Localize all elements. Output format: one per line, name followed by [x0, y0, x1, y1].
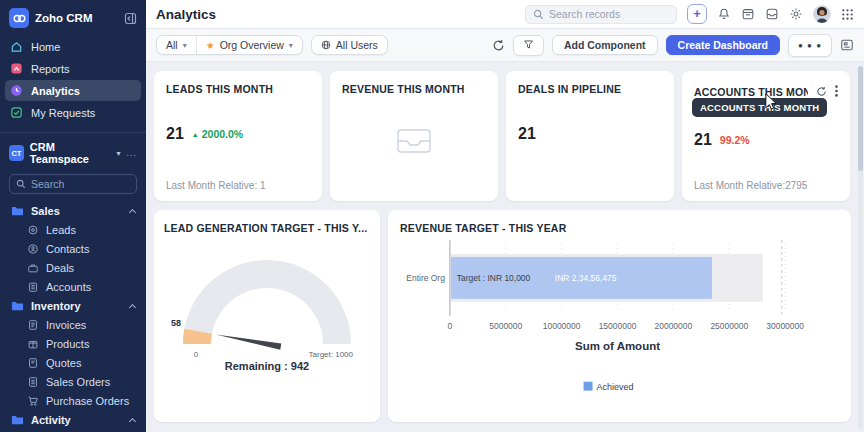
bar-chart-card[interactable]: REVENUE TARGET - THIS YEAR Entire OrgTar… [388, 210, 851, 422]
empty-state [342, 95, 486, 191]
kpi-delta-value: 2000.0% [202, 128, 243, 140]
dashboard-content: LEADS THIS MONTH21▲2000.0%Last Month Rel… [146, 62, 864, 432]
charts-row: LEAD GENERATION TARGET - THIS Y... 580Ta… [154, 210, 851, 422]
all-users-chip[interactable]: All Users [311, 35, 388, 55]
teamspace-badge: CT [9, 145, 24, 161]
svg-text:Remaining : 942: Remaining : 942 [225, 360, 309, 372]
svg-text:0: 0 [448, 321, 453, 331]
folder-icon [11, 205, 24, 216]
tree-folder-label: Activity [31, 414, 71, 426]
tree-folder-activity[interactable]: Activity [0, 410, 146, 429]
calendar-icon[interactable] [741, 7, 755, 21]
sidebar-item-label: Home [31, 41, 60, 53]
tree-item-leads[interactable]: Leads [0, 220, 146, 239]
tree-item-sales-orders[interactable]: Sales Orders [0, 372, 146, 391]
sidebar-search-input[interactable] [31, 178, 130, 190]
scrollbar-thumb[interactable] [858, 66, 863, 171]
kpi-title-row: LEADS THIS MONTH [166, 83, 310, 95]
tree-item-quotes[interactable]: Quotes [0, 353, 146, 372]
tree-item-products[interactable]: Products [0, 334, 146, 353]
tree-item-contacts[interactable]: Contacts [0, 239, 146, 258]
bar-chart: Entire OrgTarget : INR 10,000INR 2,34,56… [400, 234, 839, 406]
svg-text:15000000: 15000000 [599, 321, 637, 331]
sidebar-collapse-icon[interactable] [124, 12, 137, 25]
tree-folder-sales[interactable]: Sales [0, 201, 146, 220]
funnel-icon [523, 39, 534, 50]
tree-item-label: Quotes [46, 357, 81, 369]
svg-text:Target : INR 10,000: Target : INR 10,000 [457, 273, 531, 283]
chevron-up-icon[interactable] [129, 417, 136, 424]
filter-all-dropdown[interactable]: All ▾ [157, 36, 196, 54]
svg-text:20000000: 20000000 [655, 321, 693, 331]
avatar[interactable] [813, 5, 831, 23]
logo-row: Zoho CRM [0, 0, 146, 35]
kebab-menu-icon[interactable] [835, 83, 838, 101]
create-dashboard-button[interactable]: Create Dashboard [666, 35, 780, 55]
gauge-chart-title: LEAD GENERATION TARGET - THIS Y... [164, 222, 370, 234]
slideshow-icon[interactable] [840, 38, 854, 52]
svg-text:0: 0 [194, 350, 199, 359]
kpi-delta: ▲2000.0% [192, 128, 243, 140]
inbox-icon[interactable] [765, 7, 779, 21]
invoices-icon [27, 319, 39, 331]
bar-chart-title: REVENUE TARGET - THIS YEAR [400, 222, 839, 234]
kpi-card-1[interactable]: LEADS THIS MONTH21▲2000.0%Last Month Rel… [154, 71, 322, 201]
sidebar: Zoho CRM HomeReportsAnalyticsMy Requests… [0, 0, 146, 432]
dashboard-view-label: Org Overview [220, 39, 284, 51]
tooltip: ACCOUNTS THIS MONTH [692, 98, 827, 117]
vertical-scrollbar[interactable] [858, 66, 863, 429]
module-tree: SalesLeadsContactsDealsAccountsInventory… [0, 199, 146, 432]
all-users-label: All Users [336, 39, 378, 51]
teamspace-name: CRM Teamspace [30, 141, 111, 165]
products-icon [27, 338, 39, 350]
kpi-value-row: 21 [518, 125, 662, 143]
chevron-down-icon: ▾ [289, 41, 293, 50]
sidebar-item-home[interactable]: Home [5, 36, 141, 57]
sales-orders-icon [27, 376, 39, 388]
more-options-button[interactable]: ● ● ● [788, 34, 832, 57]
chevron-up-icon[interactable] [129, 303, 136, 310]
zoho-crm-logo [9, 8, 29, 28]
svg-text:Achieved: Achieved [597, 382, 634, 392]
kpi-footer: Last Month Relative:2795 [694, 180, 838, 191]
sidebar-item-my-requests[interactable]: My Requests [5, 102, 141, 123]
gauge-chart-card[interactable]: LEAD GENERATION TARGET - THIS Y... 580Ta… [154, 210, 380, 422]
analytics-icon [10, 84, 23, 97]
tree-item-label: Products [46, 338, 89, 350]
tree-item-purchase-orders[interactable]: Purchase Orders [0, 391, 146, 410]
sidebar-item-analytics[interactable]: Analytics [5, 80, 141, 101]
global-search-input[interactable] [549, 8, 669, 20]
tree-item-invoices[interactable]: Invoices [0, 315, 146, 334]
filter-button[interactable] [513, 35, 544, 56]
kpi-title-row: REVENUE THIS MONTH [342, 83, 486, 95]
chevron-down-icon: ▾ [183, 41, 187, 50]
quotes-icon [27, 357, 39, 369]
kpi-row: LEADS THIS MONTH21▲2000.0%Last Month Rel… [154, 71, 851, 201]
chevron-up-icon[interactable] [129, 208, 136, 215]
sidebar-search[interactable] [9, 174, 137, 194]
reports-icon [10, 62, 23, 75]
global-search[interactable] [525, 5, 677, 24]
add-component-button[interactable]: Add Component [552, 35, 658, 55]
kpi-card-4[interactable]: ACCOUNTS THIS MON...ACCOUNTS THIS MONTH2… [682, 71, 850, 201]
teamspace-more-icon[interactable]: ... [126, 148, 137, 158]
page-title: Analytics [156, 7, 515, 22]
tree-item-label: Purchase Orders [46, 395, 129, 407]
tree-item-accounts[interactable]: Accounts [0, 277, 146, 296]
quick-create-button[interactable]: + [687, 4, 707, 24]
dashboard-view-dropdown[interactable]: ★ Org Overview ▾ [197, 36, 302, 54]
kpi-value-row: 2199.2% [694, 131, 838, 149]
kpi-card-3[interactable]: DEALS IN PIPELINE21 [506, 71, 674, 201]
bell-icon[interactable] [717, 7, 731, 21]
kpi-card-2[interactable]: REVENUE THIS MONTH [330, 71, 498, 201]
kpi-title: ACCOUNTS THIS MON... [694, 86, 808, 98]
sidebar-item-reports[interactable]: Reports [5, 58, 141, 79]
tree-folder-inventory[interactable]: Inventory [0, 296, 146, 315]
kpi-title-row: DEALS IN PIPELINE [518, 83, 662, 95]
gear-icon[interactable] [789, 7, 803, 21]
apps-grid-icon[interactable] [841, 8, 854, 21]
svg-text:Sum of Amount: Sum of Amount [575, 340, 660, 352]
refresh-icon[interactable] [492, 39, 505, 52]
teamspace-selector[interactable]: CT CRM Teamspace ▾ ... [0, 138, 146, 168]
tree-item-deals[interactable]: Deals [0, 258, 146, 277]
